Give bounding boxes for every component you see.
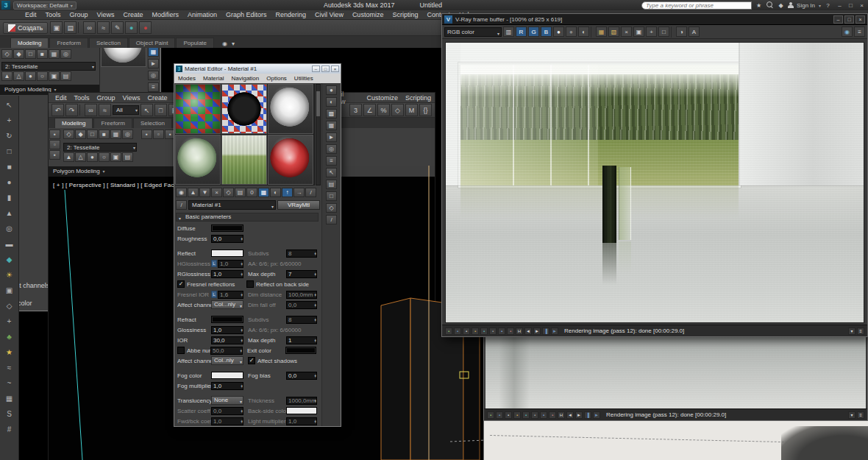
cone-icon[interactable]: ▲ bbox=[3, 207, 15, 219]
menu-graph-editors[interactable]: Graph Editors bbox=[221, 11, 271, 18]
dim-falloff-spinner[interactable]: 0,0 bbox=[286, 301, 317, 309]
select-by-material-icon[interactable]: ↖ bbox=[326, 168, 337, 177]
material-editor-titlebar[interactable]: 3 Material Editor - Material #1 –□× bbox=[174, 64, 341, 74]
app-logo-icon[interactable]: 3 bbox=[1, 1, 10, 10]
create-button[interactable]: Создать bbox=[3, 22, 48, 34]
material-sample-red[interactable] bbox=[268, 135, 313, 185]
get-material-icon[interactable]: ◉ bbox=[176, 188, 187, 197]
resume-icon[interactable]: ► bbox=[551, 328, 558, 335]
spacewarp-icon[interactable]: ≈ bbox=[3, 361, 15, 373]
close-button[interactable]: × bbox=[857, 1, 867, 10]
material-sample-checker[interactable] bbox=[175, 84, 221, 134]
sample-scale-icon[interactable]: □ bbox=[326, 191, 337, 201]
menu-tools[interactable]: Tools bbox=[41, 11, 65, 18]
flyout-icon[interactable]: ▾ bbox=[230, 40, 236, 48]
sign-in-button[interactable]: Sign In▾ bbox=[788, 1, 821, 10]
histogram-icon[interactable]: H bbox=[558, 411, 565, 419]
minimize-button[interactable]: – bbox=[835, 1, 844, 10]
menu-navigation[interactable]: Navigation bbox=[227, 75, 263, 82]
material-sample-white[interactable] bbox=[268, 84, 313, 134]
maximize-button[interactable]: □ bbox=[844, 15, 854, 24]
affect-shadows-checkbox[interactable] bbox=[248, 357, 255, 364]
hglossiness-spinner[interactable]: 1,0 bbox=[218, 260, 243, 268]
make-unique-icon[interactable]: ◇ bbox=[223, 188, 234, 197]
plane-icon[interactable]: ▬ bbox=[3, 238, 15, 250]
bone-icon[interactable]: ~ bbox=[3, 377, 15, 389]
pick-material-icon[interactable]: / bbox=[176, 200, 187, 210]
render-last-icon[interactable]: ◉ bbox=[842, 26, 853, 37]
status-toggle-icon[interactable]: ▪ bbox=[463, 328, 470, 335]
status-toggle-icon[interactable]: ▪ bbox=[540, 411, 547, 419]
ior-spinner[interactable]: 30,0 bbox=[211, 336, 243, 344]
monochrome-icon[interactable]: ● bbox=[553, 26, 564, 37]
wireframe-box-face[interactable] bbox=[381, 298, 410, 460]
options-icon[interactable]: ≡ bbox=[326, 156, 337, 166]
backlight-icon[interactable]: ◐ bbox=[326, 97, 337, 107]
channel-dropdown[interactable]: RGB color bbox=[444, 27, 502, 37]
blue-channel-icon[interactable]: B bbox=[541, 26, 552, 37]
assign-to-selection-icon[interactable]: ▼ bbox=[199, 188, 210, 197]
fresnel-checkbox[interactable] bbox=[177, 280, 185, 288]
select-icon[interactable]: ↖ bbox=[3, 99, 15, 110]
video-color-check-icon[interactable]: ► bbox=[326, 132, 337, 142]
save-icon[interactable]: ▣ bbox=[50, 21, 63, 34]
material-navigator-icon[interactable]: ▤ bbox=[326, 180, 337, 189]
next-image-icon[interactable]: ► bbox=[533, 328, 541, 335]
track-mouse-icon[interactable]: + bbox=[646, 26, 657, 37]
thickness-spinner[interactable]: 1000,0mm bbox=[286, 397, 317, 405]
select-link-icon[interactable]: ∞ bbox=[83, 21, 96, 34]
subdivs-spinner[interactable]: 8 bbox=[286, 250, 317, 258]
help-button[interactable]: ? bbox=[823, 1, 833, 10]
tab-object-paint[interactable]: Object Paint bbox=[129, 38, 176, 48]
maximize-button[interactable]: □ bbox=[321, 66, 330, 72]
affect-channels-dropdown[interactable]: Col...nly bbox=[211, 300, 243, 309]
material-id-icon[interactable]: 0 bbox=[246, 188, 257, 197]
sample-tiling-icon[interactable]: ▦ bbox=[326, 121, 337, 130]
background-icon[interactable]: ▩ bbox=[326, 109, 337, 118]
load-image-icon[interactable]: ▧ bbox=[608, 26, 619, 37]
menu-create[interactable]: Create bbox=[118, 11, 147, 18]
status-toggle-icon[interactable]: ▪ bbox=[454, 328, 461, 335]
clamp-colors-icon[interactable]: ▥ bbox=[503, 26, 514, 37]
stamp-icon[interactable]: A bbox=[689, 26, 700, 37]
menu-civil-view[interactable]: Civil View bbox=[310, 11, 348, 18]
go-forward-icon[interactable]: → bbox=[294, 188, 305, 197]
green-channel-icon[interactable]: G bbox=[528, 26, 539, 37]
reflect-back-checkbox[interactable] bbox=[246, 280, 254, 288]
status-toggle-icon[interactable]: ▪ bbox=[513, 411, 521, 419]
search-magnifier-icon[interactable] bbox=[765, 1, 775, 10]
vfb-titlebar[interactable]: V V-Ray frame buffer - [100% of 825 x 61… bbox=[442, 14, 867, 25]
rotate-icon[interactable]: ↻ bbox=[3, 130, 15, 141]
fog-bias-spinner[interactable]: 0,0 bbox=[286, 372, 317, 380]
reflect-color-swatch[interactable] bbox=[211, 250, 243, 257]
app-titlebar[interactable]: 3 Workspace: Default▾ Autodesk 3ds Max 2… bbox=[0, 0, 868, 10]
favorites-star-icon[interactable]: ★ bbox=[754, 1, 764, 10]
rglossiness-spinner[interactable]: 1,0 bbox=[211, 270, 243, 278]
dropdown-icon[interactable]: ▾ bbox=[848, 411, 855, 419]
tab-populate[interactable]: Populate bbox=[176, 38, 214, 48]
close-button[interactable]: × bbox=[855, 15, 865, 24]
status-toggle-icon[interactable]: ▪ bbox=[445, 328, 452, 335]
menu-modes[interactable]: Modes bbox=[174, 75, 199, 82]
abbe-checkbox[interactable] bbox=[177, 347, 185, 354]
subdivs2-spinner[interactable]: 8 bbox=[286, 316, 317, 324]
save-image-icon[interactable]: ▦ bbox=[596, 26, 607, 37]
star-icon[interactable]: ★ bbox=[3, 346, 15, 358]
tab-modeling[interactable]: Modeling bbox=[10, 38, 49, 48]
foliage-icon[interactable]: ♣ bbox=[3, 330, 15, 342]
prev-image-icon[interactable]: ◄ bbox=[524, 328, 532, 335]
put-to-library-icon[interactable]: ▤ bbox=[235, 188, 246, 197]
menu-group[interactable]: Group bbox=[65, 11, 93, 18]
light-icon[interactable]: ☀ bbox=[3, 269, 15, 280]
menu-customize[interactable]: Customize bbox=[348, 11, 388, 18]
poly-tool-icon[interactable]: ▲ bbox=[1, 71, 13, 81]
community-icon[interactable]: ◆ bbox=[776, 1, 786, 10]
populate-icon[interactable]: ◉ bbox=[221, 40, 229, 48]
open-icon[interactable]: ▤ bbox=[64, 21, 77, 34]
go-to-parent-icon[interactable]: ↑ bbox=[282, 188, 293, 197]
scale-icon[interactable]: □ bbox=[3, 145, 15, 157]
fwdbck-coeff-spinner[interactable]: 1,0 bbox=[211, 417, 243, 425]
status-toggle-icon[interactable]: ▪ bbox=[531, 411, 538, 419]
lock-icon[interactable]: L bbox=[211, 291, 217, 298]
refract-color-swatch[interactable] bbox=[211, 316, 243, 323]
